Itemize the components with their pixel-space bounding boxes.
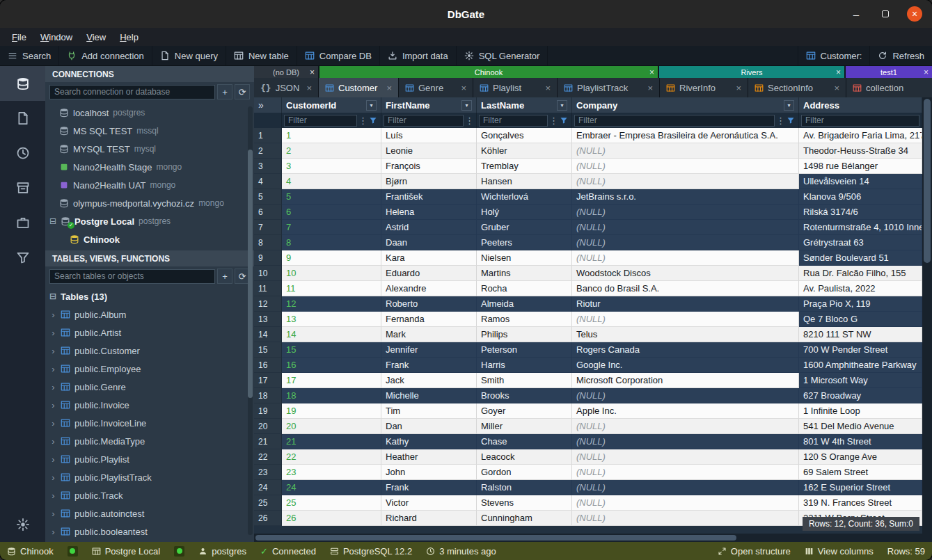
close-button[interactable]: × [907, 6, 922, 22]
cell-firstname[interactable]: František [381, 189, 477, 205]
status-rows-59[interactable]: Rows: 59 [887, 546, 925, 557]
close-icon[interactable]: × [836, 67, 841, 77]
table-row[interactable]: 99KaraNielsen(NULL)Sønder Boulevard 51 [254, 250, 922, 266]
table-public-track[interactable]: ›public.Track [45, 486, 254, 504]
toolbar-customer[interactable]: Customer: [798, 46, 870, 65]
connection-postgre-local[interactable]: ⊟✓Postgre Localpostgres [45, 212, 254, 230]
table-public-genre[interactable]: ›public.Genre [45, 378, 254, 396]
chevron-right-icon[interactable]: › [50, 436, 56, 447]
cell-company[interactable]: (NULL) [572, 511, 799, 526]
table-row[interactable]: 1414MarkPhilipsTelus8210 111 ST NW [254, 327, 922, 342]
cell-lastname[interactable]: Harris [477, 358, 572, 373]
column-header-lastname[interactable]: LastName▾ [477, 97, 572, 113]
table-row[interactable]: 44BjørnHansen(NULL)Ullevålsveien 14 [254, 174, 922, 189]
cell-company[interactable]: Rogers Canada [572, 342, 799, 358]
cell-address[interactable]: Grétrystraat 63 [799, 235, 922, 250]
cell-customerid[interactable]: 9 [282, 250, 381, 266]
table-public-album[interactable]: ›public.Album [45, 305, 254, 323]
close-icon[interactable]: × [647, 83, 653, 93]
menu-help[interactable]: Help [113, 30, 145, 45]
cell-address[interactable]: Av. Brigadeiro Faria Lima, 2170 [799, 128, 922, 143]
cell-lastname[interactable]: Gruber [477, 220, 572, 235]
cell-address[interactable]: 1 Infinite Loop [799, 403, 922, 419]
cell-address[interactable]: 1 Microsoft Way [799, 373, 922, 388]
status-open-structure[interactable]: Open structure [718, 546, 791, 557]
close-icon[interactable]: × [461, 83, 466, 93]
cell-lastname[interactable]: Goyer [477, 403, 572, 419]
refresh-connections-button[interactable]: ⟳ [235, 84, 250, 99]
status-postgres[interactable]: postgres [198, 546, 246, 557]
collapse-icon[interactable]: ⊟ [49, 216, 56, 226]
activitybar-filters[interactable] [0, 240, 45, 275]
cell-firstname[interactable]: Helena [381, 205, 477, 220]
table-row[interactable]: 1111AlexandreRochaBanco do Brasil S.A.Av… [254, 281, 922, 296]
table-row[interactable]: 33FrançoisTremblay(NULL)1498 rue Bélange… [254, 159, 922, 174]
cell-lastname[interactable]: Brooks [477, 388, 572, 403]
panel-scrollbar[interactable] [248, 106, 253, 535]
cell-company[interactable]: Google Inc. [572, 358, 799, 373]
cell-lastname[interactable]: Stevens [477, 495, 572, 511]
cell-address[interactable]: 700 W Pender Street [799, 342, 922, 358]
cell-customerid[interactable]: 20 [282, 419, 381, 434]
connection-localhost[interactable]: localhostpostgres [45, 104, 254, 122]
cell-lastname[interactable]: Köhler [477, 143, 572, 159]
cell-lastname[interactable]: Holý [477, 205, 572, 220]
column-header-firstname[interactable]: FirstName▾ [381, 97, 477, 113]
connections-search-input[interactable] [49, 85, 215, 99]
filter-input-lastname[interactable] [479, 115, 548, 127]
cell-address[interactable]: Praça Pio X, 119 [799, 296, 922, 312]
table-row[interactable]: 1818MichelleBrooks(NULL)627 Broadway [254, 388, 922, 403]
table-public-playlisttrack[interactable]: ›public.PlaylistTrack [45, 468, 254, 486]
cell-customerid[interactable]: 2 [282, 143, 381, 159]
close-icon[interactable]: × [306, 83, 312, 93]
activitybar-apps[interactable] [0, 205, 45, 240]
cell-customerid[interactable]: 11 [282, 281, 381, 296]
filter-funnel-icon[interactable] [369, 116, 379, 125]
table-public-customer[interactable]: ›public.Customer [45, 342, 254, 360]
cell-lastname[interactable]: Leacock [477, 449, 572, 465]
cell-firstname[interactable]: Richard [381, 511, 477, 526]
status-postgresql-12-2[interactable]: PostgreSQL 12.2 [330, 546, 412, 557]
cell-firstname[interactable]: Daan [381, 235, 477, 250]
cell-company[interactable]: (NULL) [572, 143, 799, 159]
table-row[interactable]: 1010EduardoMartinsWoodstock DiscosRua Dr… [254, 266, 922, 281]
cell-customerid[interactable]: 24 [282, 480, 381, 495]
collapse-icon[interactable]: ⊟ [49, 291, 56, 301]
tables-group[interactable]: ⊟Tables (13) [45, 287, 254, 305]
cell-address[interactable]: 801 W 4th Street [799, 434, 922, 449]
chevron-right-icon[interactable]: › [50, 328, 56, 338]
table-public-autoinctest[interactable]: ›public.autoinctest [45, 504, 254, 522]
table-row[interactable]: 22LeonieKöhler(NULL)Theodor-Heuss-Straße… [254, 143, 922, 159]
cell-lastname[interactable]: Tremblay [477, 159, 572, 174]
column-header-address[interactable]: Address [799, 97, 922, 113]
cell-company[interactable]: (NULL) [572, 250, 799, 266]
menu-window[interactable]: Window [34, 30, 79, 45]
cell-firstname[interactable]: Leonie [381, 143, 477, 159]
cell-lastname[interactable]: Hansen [477, 174, 572, 189]
cell-firstname[interactable]: Bjørn [381, 174, 477, 189]
activitybar-settings[interactable] [0, 507, 45, 542]
cell-customerid[interactable]: 16 [282, 358, 381, 373]
table-row[interactable]: 2222HeatherLeacock(NULL)120 S Orange Ave [254, 449, 922, 465]
tab-group-no-db[interactable]: (no DB)× [254, 66, 318, 78]
cell-firstname[interactable]: Fernanda [381, 312, 477, 327]
table-public-artist[interactable]: ›public.Artist [45, 323, 254, 342]
status-postgre-local[interactable]: Postgre Local [92, 546, 161, 557]
cell-lastname[interactable]: Gonçalves [477, 128, 572, 143]
cell-address[interactable]: 162 E Superior Street [799, 480, 922, 495]
table-row[interactable]: 1616FrankHarrisGoogle Inc.1600 Amphithea… [254, 358, 922, 373]
column-dropdown-icon[interactable]: ▾ [366, 100, 377, 111]
cell-customerid[interactable]: 1 [282, 128, 381, 143]
tab-playlist[interactable]: Playlist× [473, 78, 557, 97]
filter-menu-icon[interactable]: ⋮ [465, 115, 474, 126]
cell-customerid[interactable]: 21 [282, 434, 381, 449]
cell-firstname[interactable]: Heather [381, 449, 477, 465]
table-public-booleantest[interactable]: ›public.booleantest [45, 522, 254, 541]
menu-file[interactable]: File [6, 30, 33, 45]
chevron-right-icon[interactable]: › [50, 346, 56, 356]
table-row[interactable]: 2121KathyChase(NULL)801 W 4th Street [254, 434, 922, 449]
cell-firstname[interactable]: Victor [381, 495, 477, 511]
connection-olympus-medportal-vychozi-cz[interactable]: olympus-medportal.vychozi.czmongo [45, 194, 254, 212]
cell-company[interactable]: (NULL) [572, 159, 799, 174]
add-table-small-button[interactable]: + [217, 269, 232, 284]
